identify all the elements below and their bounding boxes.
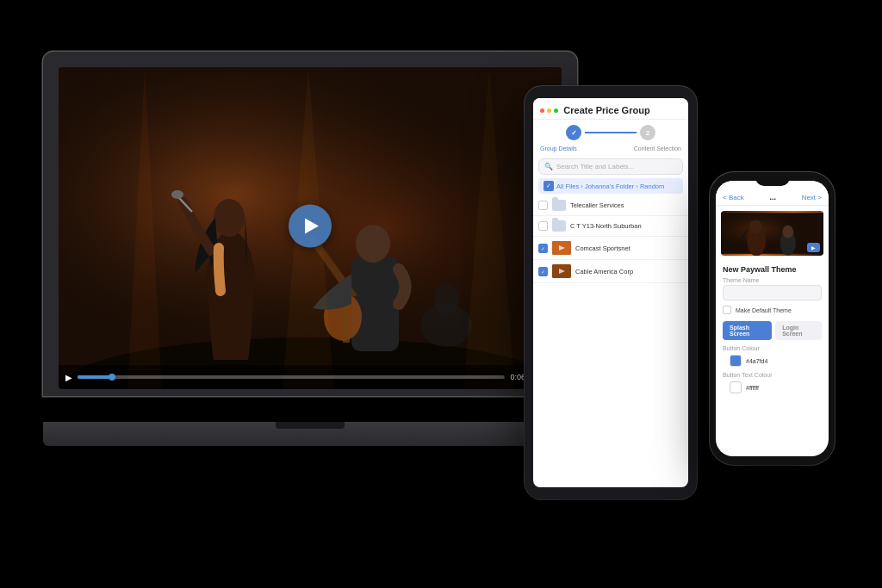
next-button[interactable]: Next >	[802, 194, 822, 201]
minimize-dot	[547, 108, 551, 113]
search-placeholder: Search Title and Labels...	[556, 163, 634, 170]
phone-action-button[interactable]: ▶	[807, 243, 820, 252]
make-default-checkbox[interactable]	[723, 306, 731, 314]
laptop-screen-inner: ▶ 0:06 🔈 ⛶	[59, 67, 562, 389]
file-checkbox-1[interactable]	[538, 201, 548, 210]
progress-bar[interactable]	[78, 375, 505, 379]
screen-tabs: Splash Screen Login Screen	[716, 318, 829, 344]
step-1-label: Group Details	[540, 145, 577, 152]
tablet-outer: Create Price Group ✓ 2 Group Details Con…	[525, 86, 697, 499]
back-button[interactable]: < Back	[723, 194, 744, 201]
phone-title: ...	[769, 193, 776, 201]
button-color-value: #4a7fd4	[746, 358, 767, 364]
video-background: ▶ 0:06 🔈 ⛶	[59, 67, 562, 389]
search-icon: 🔍	[544, 163, 553, 170]
svg-point-13	[433, 284, 459, 315]
progress-dot	[109, 374, 115, 381]
step-connector	[585, 132, 637, 133]
search-bar[interactable]: 🔍 Search Title and Labels...	[538, 158, 683, 175]
step-2-circle: 2	[640, 125, 655, 140]
file-item-4[interactable]: ✓ Cable America Corp	[533, 260, 688, 283]
laptop-notch	[276, 422, 345, 429]
button-text-color-swatch[interactable]	[730, 381, 742, 393]
folder-icon-1	[552, 200, 566, 211]
phone-screen: < Back ... Next >	[716, 181, 829, 456]
phone-notch	[755, 172, 790, 186]
play-icon	[305, 219, 319, 234]
breadcrumb-bar: ✓ All Files › Johanna's Folder › Random	[538, 178, 683, 194]
phone-video-thumbnail: ▶	[721, 211, 823, 256]
breadcrumb-text: All Files › Johanna's Folder › Random	[556, 183, 664, 190]
button-color-swatch[interactable]	[730, 355, 742, 367]
svg-point-7	[171, 190, 183, 199]
file-name-4: Cable America Corp	[575, 268, 683, 275]
button-text-color-value: #ffffff	[746, 385, 759, 391]
phone-outer: < Back ... Next >	[710, 172, 835, 465]
tablet-window-controls	[540, 108, 558, 113]
phone: < Back ... Next >	[710, 172, 835, 465]
step-1-circle: ✓	[566, 125, 581, 140]
file-thumb-3	[552, 241, 571, 255]
step-labels: Group Details Content Selection	[533, 145, 688, 155]
close-dot	[540, 108, 544, 113]
file-item-2[interactable]: C T Y13-North Suburban	[533, 216, 688, 237]
theme-name-label: Theme Name	[723, 277, 822, 283]
button-color-row: #4a7fd4	[723, 353, 822, 368]
file-item-3[interactable]: ✓ Comcast Sportsnet	[533, 237, 688, 260]
folder-icon-2	[552, 220, 566, 232]
phone-action-label: ▶	[811, 245, 816, 251]
phone-section-title: New Paywall Theme	[716, 261, 829, 275]
button-color-label: Button Colour	[723, 345, 822, 351]
splash-screen-tab[interactable]: Splash Screen	[723, 321, 772, 340]
laptop-base	[43, 422, 577, 446]
laptop: ▶ 0:06 🔈 ⛶	[43, 52, 577, 499]
button-color-group: Button Colour #4a7fd4	[716, 344, 829, 370]
file-checkbox-2[interactable]	[538, 221, 548, 231]
controls-play-icon[interactable]: ▶	[65, 373, 72, 382]
file-name-3: Comcast Sportsnet	[575, 244, 683, 252]
tablet-title: Create Price Group	[558, 105, 655, 115]
svg-point-9	[356, 225, 390, 263]
file-checkbox-3[interactable]: ✓	[538, 244, 548, 253]
tablet-screen: Create Price Group ✓ 2 Group Details Con…	[533, 98, 688, 487]
file-name-2: C T Y13-North Suburban	[570, 222, 683, 230]
file-item-1[interactable]: Telecaller Services	[533, 195, 688, 216]
svg-point-23	[782, 226, 793, 238]
step-indicator: ✓ 2	[533, 120, 688, 145]
svg-point-21	[749, 220, 762, 233]
make-default-row[interactable]: Make Default Theme	[716, 302, 829, 318]
video-controls: ▶ 0:06 🔈 ⛶	[59, 365, 562, 389]
laptop-screen-outer: ▶ 0:06 🔈 ⛶	[43, 52, 577, 396]
tablet-topbar: Create Price Group	[533, 98, 688, 120]
button-text-color-group: Button Text Colour #ffffff	[716, 370, 829, 397]
file-checkbox-4[interactable]: ✓	[538, 267, 548, 276]
make-default-label: Make Default Theme	[736, 307, 792, 313]
login-screen-tab[interactable]: Login Screen	[775, 321, 822, 340]
svg-point-5	[214, 199, 245, 237]
play-button[interactable]	[289, 205, 332, 248]
laptop-body: ▶ 0:06 🔈 ⛶	[43, 52, 577, 422]
breadcrumb-check-icon: ✓	[543, 181, 554, 191]
file-thumb-4	[552, 264, 571, 278]
button-text-color-label: Button Text Colour	[723, 372, 822, 378]
time-display: 0:06	[510, 373, 525, 381]
progress-fill	[78, 375, 112, 379]
step-2-label: Content Selection	[634, 145, 681, 152]
theme-name-group: Theme Name	[716, 275, 829, 302]
scene: ▶ 0:06 🔈 ⛶	[0, 0, 882, 588]
tablet: Create Price Group ✓ 2 Group Details Con…	[525, 86, 697, 499]
button-text-color-row: #ffffff	[723, 380, 822, 395]
theme-name-input[interactable]	[723, 285, 822, 300]
file-name-1: Telecaller Services	[570, 201, 683, 209]
